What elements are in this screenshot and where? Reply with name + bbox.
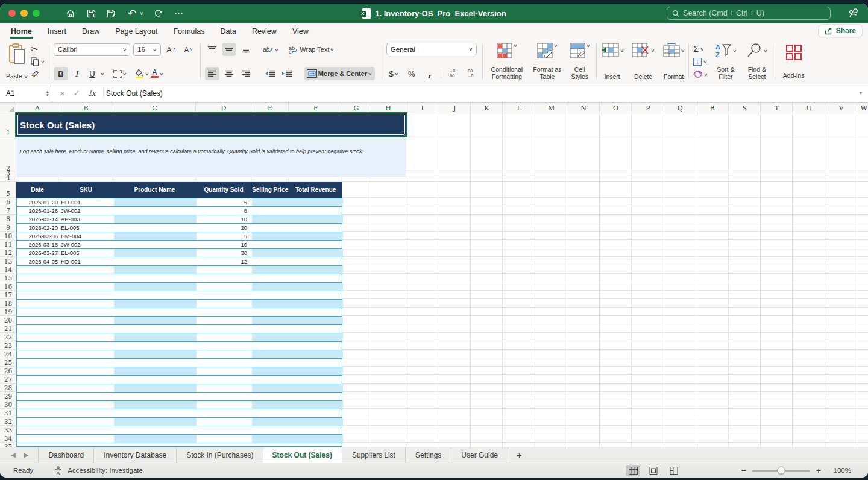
close-window-button[interactable] [8, 10, 16, 17]
clear-chevron-icon[interactable]: ∨ [703, 72, 708, 77]
search-box[interactable] [667, 7, 831, 20]
sheet-title-cell[interactable]: Stock Out (Sales) [16, 113, 406, 136]
sheet-tab-dashboard[interactable]: Dashboard [38, 447, 93, 463]
row-header-29[interactable]: 29 [0, 392, 16, 400]
orientation-button[interactable]: ab ∨ [263, 43, 278, 56]
decrease-decimal-button[interactable]: ←0.00 [445, 67, 459, 80]
sales-table-row-31[interactable] [16, 409, 342, 417]
select-all-corner[interactable] [0, 103, 16, 113]
autosum-button[interactable]: Σ [693, 44, 699, 54]
percent-format-button[interactable]: % [404, 67, 419, 80]
cell-quantity-sold[interactable]: 30 [197, 249, 252, 257]
selection-fill-handle[interactable] [404, 134, 408, 138]
row-header-31[interactable]: 31 [0, 409, 16, 417]
row-header-13[interactable]: 13 [0, 257, 16, 265]
number-format-select[interactable]: General∨ [386, 43, 477, 55]
column-header-B[interactable]: B [58, 103, 113, 113]
zoom-window-button[interactable] [33, 10, 40, 17]
row-header-5[interactable]: 5 [0, 182, 16, 198]
cell-date[interactable]: 2026-03-06 [17, 232, 59, 240]
decrease-font-size-button[interactable]: A∨ [181, 43, 196, 56]
add-sheet-button[interactable]: + [508, 447, 530, 463]
sales-table-row-25[interactable] [16, 358, 342, 367]
cell-date[interactable]: 2026-01-28 [17, 207, 59, 215]
align-bottom-button[interactable] [239, 43, 253, 56]
bold-button[interactable]: B [54, 67, 68, 80]
sales-table-row-6[interactable]: 2026-01-20HD-0015 [16, 198, 342, 206]
currency-format-button[interactable]: $ ∨ [386, 67, 401, 80]
zoom-slider[interactable] [752, 470, 810, 472]
font-name-select[interactable]: Calibri∨ [54, 43, 130, 56]
row-header-8[interactable]: 8 [0, 215, 16, 223]
sales-table-row-21[interactable] [16, 324, 342, 333]
column-header-U[interactable]: U [793, 103, 825, 113]
cell-quantity-sold[interactable]: 10 [197, 241, 252, 248]
row-header-18[interactable]: 18 [0, 299, 16, 308]
zoom-in-button[interactable]: + [816, 466, 821, 475]
sales-table-row-29[interactable] [16, 392, 342, 400]
row-header-1[interactable]: 1 [0, 113, 16, 136]
paste-button[interactable]: Paste∨ [5, 43, 28, 80]
sales-table-row-18[interactable] [16, 299, 342, 308]
cell-styles-button[interactable]: ∨ Cell Styles [568, 43, 592, 80]
row-header-15[interactable]: 15 [0, 274, 16, 282]
sheet-tab-user-guide[interactable]: User Guide [451, 447, 508, 463]
column-header-R[interactable]: R [696, 103, 728, 113]
cancel-entry-icon[interactable]: × [60, 88, 65, 98]
sales-table-row-24[interactable] [16, 350, 342, 358]
row-header-21[interactable]: 21 [0, 324, 16, 333]
page-break-preview-button[interactable] [667, 465, 681, 476]
row-header-12[interactable]: 12 [0, 248, 16, 257]
align-middle-button[interactable] [222, 43, 236, 56]
sheet-tab-settings[interactable]: Settings [405, 447, 451, 463]
cell-quantity-sold[interactable]: 5 [197, 232, 252, 240]
row-header-22[interactable]: 22 [0, 333, 16, 341]
align-right-button[interactable] [239, 67, 253, 80]
cell-sku[interactable]: JW-002 [59, 241, 114, 248]
align-top-button[interactable] [205, 43, 219, 56]
sales-table-row-8[interactable]: 2026-02-14AP-00310 [16, 215, 342, 223]
cell-quantity-sold[interactable]: 12 [197, 257, 252, 265]
row-header-32[interactable]: 32 [0, 417, 16, 426]
cell-sku[interactable]: HD-001 [59, 198, 114, 206]
column-header-V[interactable]: V [825, 103, 857, 113]
row-header-17[interactable]: 17 [0, 291, 16, 299]
cell-sku[interactable]: HM-004 [59, 232, 114, 240]
normal-view-button[interactable] [626, 465, 640, 476]
cell-date[interactable]: 2026-02-14 [17, 215, 59, 223]
sales-table-row-32[interactable] [16, 417, 342, 426]
ribbon-tab-view[interactable]: View [289, 24, 312, 40]
ribbon-tab-formulas[interactable]: Formulas [169, 24, 208, 40]
sales-table-row-9[interactable]: 2026-02-20EL-00520 [16, 223, 342, 232]
column-header-M[interactable]: M [535, 103, 567, 113]
underline-menu-chevron-icon[interactable]: ∨ [100, 71, 105, 77]
cell-sku[interactable]: AP-003 [59, 215, 114, 223]
sales-table-row-34[interactable] [16, 434, 342, 443]
cell-date[interactable]: 2026-01-20 [17, 198, 59, 206]
column-header-P[interactable]: P [632, 103, 664, 113]
spreadsheet-grid[interactable]: ABCDEFGHIJKLMNOPQRSTUVW12345678910111213… [0, 103, 868, 447]
sales-table-row-15[interactable] [16, 274, 342, 282]
wrap-text-button[interactable]: abc Wrap Text ∨ [289, 43, 334, 56]
sheet-tab-suppliers-list[interactable]: Suppliers List [342, 447, 405, 463]
column-header-I[interactable]: I [406, 103, 438, 113]
row-header-10[interactable]: 10 [0, 232, 16, 240]
cell-quantity-sold[interactable]: 5 [197, 198, 252, 206]
column-header-A[interactable]: A [16, 103, 58, 113]
column-header-O[interactable]: O [600, 103, 632, 113]
confirm-entry-icon[interactable]: ✓ [74, 89, 80, 98]
row-header-7[interactable]: 7 [0, 206, 16, 215]
minimize-window-button[interactable] [20, 10, 28, 17]
row-header-16[interactable]: 16 [0, 282, 16, 291]
row-header-30[interactable]: 30 [0, 400, 16, 409]
cell-quantity-sold[interactable]: 20 [197, 224, 252, 232]
accessibility-status[interactable]: Accessibility: Investigate [68, 467, 143, 474]
name-box[interactable]: A1 ▲▼ [0, 84, 52, 102]
ribbon-tab-insert[interactable]: Insert [44, 24, 70, 40]
column-header-L[interactable]: L [503, 103, 535, 113]
borders-button[interactable]: ∨ [112, 67, 127, 80]
ribbon-tab-page-layout[interactable]: Page Layout [112, 24, 161, 40]
cell-date[interactable]: 2026-04-05 [17, 257, 59, 265]
column-header-K[interactable]: K [471, 103, 503, 113]
zoom-out-button[interactable]: − [741, 466, 746, 475]
